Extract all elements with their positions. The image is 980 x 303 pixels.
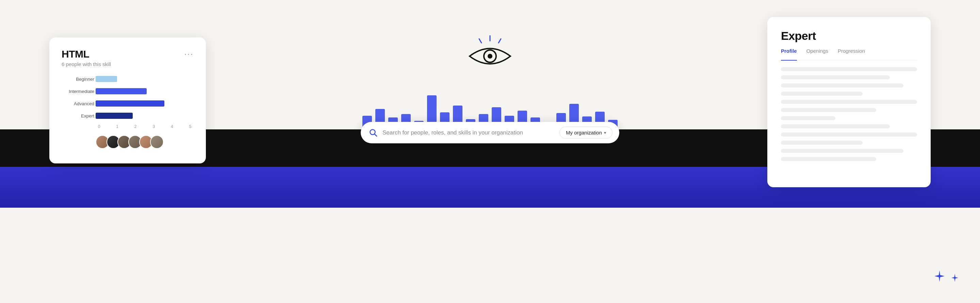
x-tick-1: 1 — [114, 124, 121, 129]
search-icon — [369, 128, 378, 137]
bar-fill-expert — [95, 113, 133, 119]
placeholder-line-11 — [781, 149, 904, 153]
bar-row-expert: Expert — [95, 112, 194, 120]
bar-track-expert — [95, 113, 194, 119]
bar-fill-beginner — [95, 76, 117, 82]
avatar-row — [62, 135, 194, 149]
chevron-down-icon: ▾ — [604, 131, 606, 135]
placeholder-line-9 — [781, 132, 917, 137]
html-bar-chart: Beginner Intermediate Advanced Expert — [62, 75, 194, 120]
html-card-title: HTML — [62, 48, 89, 60]
placeholder-line-4 — [781, 92, 862, 96]
placeholder-line-8 — [781, 124, 890, 128]
placeholder-line-12 — [781, 157, 876, 161]
placeholder-line-6 — [781, 108, 876, 112]
x-tick-5: 5 — [187, 124, 194, 129]
x-tick-0: 0 — [95, 124, 102, 129]
bar-track-beginner — [95, 76, 194, 82]
bar-row-beginner: Beginner — [95, 75, 194, 83]
sparkle-icon-1 — [933, 270, 946, 282]
bar-row-intermediate: Intermediate — [95, 88, 194, 95]
svg-point-4 — [488, 54, 492, 59]
placeholder-line-10 — [781, 140, 862, 145]
sparkle-icon-2 — [950, 273, 959, 282]
expert-content-lines — [781, 67, 917, 161]
svg-line-6 — [375, 134, 377, 136]
svg-line-1 — [498, 39, 501, 43]
svg-line-2 — [479, 39, 482, 43]
placeholder-line-3 — [781, 83, 904, 88]
org-button-label: My organization — [566, 130, 602, 136]
placeholder-line-1 — [781, 67, 917, 71]
x-tick-3: 3 — [150, 124, 157, 129]
bar-fill-intermediate — [95, 88, 147, 94]
bar-fill-advanced — [95, 100, 164, 107]
search-bar: Search for people, roles, and skills in … — [361, 122, 619, 144]
bar-track-advanced — [95, 100, 194, 107]
expert-tabs: Profile Openings Progression — [781, 48, 917, 60]
placeholder-line-5 — [781, 100, 917, 104]
search-bar-container: Search for people, roles, and skills in … — [361, 122, 619, 144]
html-skill-card: HTML ··· 6 people with this skill Beginn… — [49, 37, 206, 163]
x-axis: 0 1 2 3 4 5 — [62, 124, 194, 129]
html-card-subtitle: 6 people with this skill — [62, 61, 194, 67]
org-filter-button[interactable]: My organization ▾ — [559, 127, 612, 139]
bar-track-intermediate — [95, 88, 194, 94]
eye-illustration — [463, 34, 517, 75]
expert-card-title: Expert — [781, 29, 917, 43]
bar-label-advanced: Advanced — [62, 101, 94, 106]
x-tick-2: 2 — [132, 124, 139, 129]
placeholder-line-7 — [781, 116, 835, 120]
bar-label-expert: Expert — [62, 113, 94, 118]
avatar-6 — [150, 135, 164, 149]
eye-svg — [463, 34, 517, 75]
html-card-menu[interactable]: ··· — [185, 50, 194, 59]
tab-openings[interactable]: Openings — [807, 48, 828, 56]
bar-row-advanced: Advanced — [95, 100, 194, 107]
sparkles-decoration — [933, 270, 959, 282]
x-tick-4: 4 — [169, 124, 175, 129]
bar-label-beginner: Beginner — [62, 77, 94, 82]
placeholder-line-2 — [781, 75, 890, 79]
search-placeholder-text[interactable]: Search for people, roles, and skills in … — [382, 129, 555, 136]
expert-profile-card: Expert Profile Openings Progression — [767, 17, 931, 187]
tab-profile[interactable]: Profile — [781, 48, 797, 61]
bar-label-intermediate: Intermediate — [62, 89, 94, 94]
tab-progression[interactable]: Progression — [838, 48, 865, 56]
